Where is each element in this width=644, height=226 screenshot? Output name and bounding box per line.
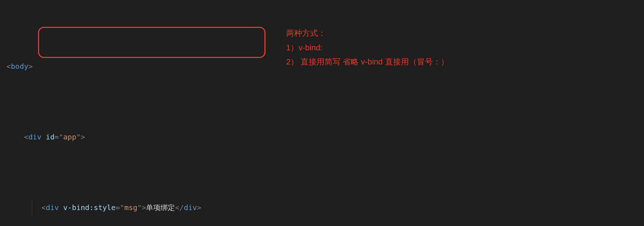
code-token: div xyxy=(28,133,41,141)
code-token: </ xyxy=(175,203,184,212)
code-token: " xyxy=(137,203,142,212)
code-token: = xyxy=(116,203,120,212)
code-token: id xyxy=(46,133,54,141)
code-token: > xyxy=(197,203,201,212)
code-token: " xyxy=(120,203,124,212)
code-token: div xyxy=(46,203,59,212)
code-token: < xyxy=(41,203,46,212)
code-token: 单项绑定 xyxy=(146,203,175,212)
code-token: > xyxy=(28,62,33,71)
code-token: > xyxy=(81,133,85,141)
annotation-line: 2） 直接用简写 省略 v-bind 直接用（冒号：） xyxy=(286,55,449,69)
code-token: msg xyxy=(124,203,137,212)
annotation-line: 两种方式： xyxy=(286,26,449,41)
code-token: app xyxy=(63,133,76,141)
code-token: " xyxy=(59,133,63,141)
code-token: < xyxy=(24,133,28,141)
code-token: " xyxy=(76,133,81,141)
annotation-text: 两种方式： 1）v-bind: 2） 直接用简写 省略 v-bind 直接用（冒… xyxy=(286,26,449,69)
code-token: body xyxy=(11,62,28,71)
code-line[interactable]: <div id="app"> xyxy=(7,130,644,144)
code-token: > xyxy=(142,203,146,212)
code-token: = xyxy=(54,133,59,141)
annotation-line: 1）v-bind: xyxy=(286,41,449,55)
code-token: v-bind:style xyxy=(63,203,116,212)
code-token: < xyxy=(7,62,11,71)
code-line[interactable]: <div v-bind:style="msg">单项绑定</div> xyxy=(7,201,644,215)
code-token: div xyxy=(184,203,197,212)
